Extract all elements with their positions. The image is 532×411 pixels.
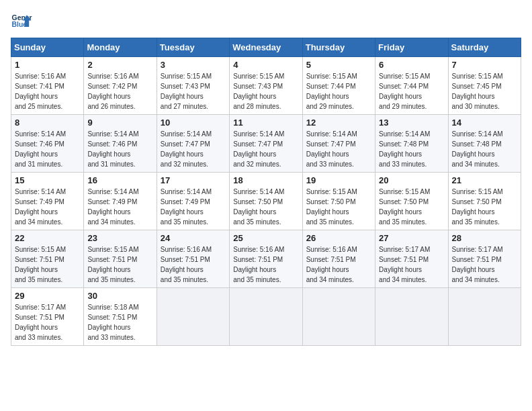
day-info: Sunrise: 5:14 AM Sunset: 7:46 PM Dayligh… <box>15 129 80 169</box>
day-info: Sunrise: 5:14 AM Sunset: 7:49 PM Dayligh… <box>161 187 226 227</box>
day-number: 1 <box>15 60 80 70</box>
calendar: SundayMondayTuesdayWednesdayThursdayFrid… <box>11 38 521 346</box>
day-number: 22 <box>15 233 80 243</box>
day-number: 18 <box>233 175 298 185</box>
day-number: 7 <box>452 60 517 70</box>
day-number: 16 <box>87 175 152 185</box>
logo-icon: General Blue <box>11 11 32 32</box>
day-number: 25 <box>233 233 298 243</box>
day-info: Sunrise: 5:14 AM Sunset: 7:47 PM Dayligh… <box>161 129 226 169</box>
day-number: 20 <box>379 175 444 185</box>
calendar-day: 11 Sunrise: 5:14 AM Sunset: 7:47 PM Dayl… <box>230 115 302 173</box>
weekday-cell: Saturday <box>448 38 521 57</box>
day-info: Sunrise: 5:14 AM Sunset: 7:49 PM Dayligh… <box>87 187 152 227</box>
weekday-cell: Tuesday <box>157 38 229 57</box>
calendar-body: 1 Sunrise: 5:16 AM Sunset: 7:41 PM Dayli… <box>11 57 521 346</box>
calendar-day: 25 Sunrise: 5:16 AM Sunset: 7:51 PM Dayl… <box>230 230 302 288</box>
day-number: 19 <box>306 175 371 185</box>
logo: General Blue <box>11 11 32 32</box>
calendar-day: 2 Sunrise: 5:16 AM Sunset: 7:42 PM Dayli… <box>84 57 157 115</box>
calendar-day <box>302 288 375 346</box>
day-number: 14 <box>452 118 517 128</box>
day-number: 30 <box>87 291 152 301</box>
day-number: 8 <box>15 118 80 128</box>
calendar-day <box>230 288 302 346</box>
calendar-week: 15 Sunrise: 5:14 AM Sunset: 7:49 PM Dayl… <box>11 173 521 230</box>
weekday-cell: Monday <box>84 38 157 57</box>
day-number: 5 <box>306 60 371 70</box>
calendar-day: 14 Sunrise: 5:14 AM Sunset: 7:48 PM Dayl… <box>448 115 521 173</box>
day-info: Sunrise: 5:14 AM Sunset: 7:46 PM Dayligh… <box>87 129 152 169</box>
day-number: 11 <box>233 118 298 128</box>
day-number: 12 <box>306 118 371 128</box>
calendar-week: 22 Sunrise: 5:15 AM Sunset: 7:51 PM Dayl… <box>11 230 521 288</box>
calendar-day: 22 Sunrise: 5:15 AM Sunset: 7:51 PM Dayl… <box>11 230 84 288</box>
calendar-day: 29 Sunrise: 5:17 AM Sunset: 7:51 PM Dayl… <box>11 288 84 346</box>
day-info: Sunrise: 5:16 AM Sunset: 7:51 PM Dayligh… <box>306 244 371 285</box>
calendar-day: 30 Sunrise: 5:18 AM Sunset: 7:51 PM Dayl… <box>84 288 157 346</box>
calendar-day: 5 Sunrise: 5:15 AM Sunset: 7:44 PM Dayli… <box>302 57 375 115</box>
calendar-day: 16 Sunrise: 5:14 AM Sunset: 7:49 PM Dayl… <box>84 173 157 230</box>
calendar-week: 29 Sunrise: 5:17 AM Sunset: 7:51 PM Dayl… <box>11 288 521 346</box>
day-number: 24 <box>161 233 226 243</box>
day-info: Sunrise: 5:14 AM Sunset: 7:48 PM Dayligh… <box>452 129 517 169</box>
day-number: 17 <box>161 175 226 185</box>
calendar-day: 10 Sunrise: 5:14 AM Sunset: 7:47 PM Dayl… <box>157 115 229 173</box>
day-number: 2 <box>87 60 152 70</box>
calendar-day: 4 Sunrise: 5:15 AM Sunset: 7:43 PM Dayli… <box>230 57 302 115</box>
calendar-week: 1 Sunrise: 5:16 AM Sunset: 7:41 PM Dayli… <box>11 57 521 115</box>
calendar-day: 6 Sunrise: 5:15 AM Sunset: 7:44 PM Dayli… <box>375 57 448 115</box>
day-number: 6 <box>379 60 444 70</box>
weekday-cell: Thursday <box>302 38 375 57</box>
day-number: 28 <box>452 233 517 243</box>
day-info: Sunrise: 5:17 AM Sunset: 7:51 PM Dayligh… <box>452 244 517 285</box>
header: General Blue <box>11 11 521 32</box>
day-number: 29 <box>15 291 80 301</box>
calendar-day <box>448 288 521 346</box>
day-info: Sunrise: 5:15 AM Sunset: 7:44 PM Dayligh… <box>379 71 444 111</box>
day-number: 26 <box>306 233 371 243</box>
day-number: 4 <box>233 60 298 70</box>
weekday-cell: Wednesday <box>230 38 302 57</box>
day-info: Sunrise: 5:17 AM Sunset: 7:51 PM Dayligh… <box>379 244 444 285</box>
calendar-day: 9 Sunrise: 5:14 AM Sunset: 7:46 PM Dayli… <box>84 115 157 173</box>
day-number: 23 <box>87 233 152 243</box>
calendar-day: 20 Sunrise: 5:15 AM Sunset: 7:50 PM Dayl… <box>375 173 448 230</box>
calendar-day: 18 Sunrise: 5:14 AM Sunset: 7:50 PM Dayl… <box>230 173 302 230</box>
day-info: Sunrise: 5:18 AM Sunset: 7:51 PM Dayligh… <box>87 302 152 342</box>
day-number: 15 <box>15 175 80 185</box>
day-number: 10 <box>161 118 226 128</box>
day-number: 27 <box>379 233 444 243</box>
weekday-cell: Sunday <box>11 38 84 57</box>
calendar-day: 17 Sunrise: 5:14 AM Sunset: 7:49 PM Dayl… <box>157 173 229 230</box>
day-number: 21 <box>452 175 517 185</box>
day-info: Sunrise: 5:14 AM Sunset: 7:49 PM Dayligh… <box>15 187 80 227</box>
day-info: Sunrise: 5:14 AM Sunset: 7:47 PM Dayligh… <box>233 129 298 169</box>
day-number: 3 <box>161 60 226 70</box>
day-info: Sunrise: 5:15 AM Sunset: 7:50 PM Dayligh… <box>306 187 371 227</box>
day-number: 13 <box>379 118 444 128</box>
day-info: Sunrise: 5:17 AM Sunset: 7:51 PM Dayligh… <box>15 302 80 342</box>
calendar-day: 28 Sunrise: 5:17 AM Sunset: 7:51 PM Dayl… <box>448 230 521 288</box>
weekday-header: SundayMondayTuesdayWednesdayThursdayFrid… <box>11 38 521 57</box>
calendar-day: 21 Sunrise: 5:15 AM Sunset: 7:50 PM Dayl… <box>448 173 521 230</box>
day-info: Sunrise: 5:15 AM Sunset: 7:51 PM Dayligh… <box>15 244 80 285</box>
weekday-cell: Friday <box>375 38 448 57</box>
day-info: Sunrise: 5:15 AM Sunset: 7:51 PM Dayligh… <box>87 244 152 285</box>
day-info: Sunrise: 5:15 AM Sunset: 7:43 PM Dayligh… <box>161 71 226 111</box>
calendar-day <box>375 288 448 346</box>
day-info: Sunrise: 5:16 AM Sunset: 7:41 PM Dayligh… <box>15 71 80 111</box>
calendar-day: 23 Sunrise: 5:15 AM Sunset: 7:51 PM Dayl… <box>84 230 157 288</box>
calendar-day: 1 Sunrise: 5:16 AM Sunset: 7:41 PM Dayli… <box>11 57 84 115</box>
calendar-day: 3 Sunrise: 5:15 AM Sunset: 7:43 PM Dayli… <box>157 57 229 115</box>
calendar-day: 7 Sunrise: 5:15 AM Sunset: 7:45 PM Dayli… <box>448 57 521 115</box>
day-info: Sunrise: 5:15 AM Sunset: 7:50 PM Dayligh… <box>452 187 517 227</box>
calendar-day: 26 Sunrise: 5:16 AM Sunset: 7:51 PM Dayl… <box>302 230 375 288</box>
day-info: Sunrise: 5:14 AM Sunset: 7:47 PM Dayligh… <box>306 129 371 169</box>
day-info: Sunrise: 5:15 AM Sunset: 7:44 PM Dayligh… <box>306 71 371 111</box>
calendar-day: 27 Sunrise: 5:17 AM Sunset: 7:51 PM Dayl… <box>375 230 448 288</box>
day-info: Sunrise: 5:15 AM Sunset: 7:43 PM Dayligh… <box>233 71 298 111</box>
day-info: Sunrise: 5:15 AM Sunset: 7:50 PM Dayligh… <box>379 187 444 227</box>
day-number: 9 <box>87 118 152 128</box>
calendar-day <box>157 288 229 346</box>
